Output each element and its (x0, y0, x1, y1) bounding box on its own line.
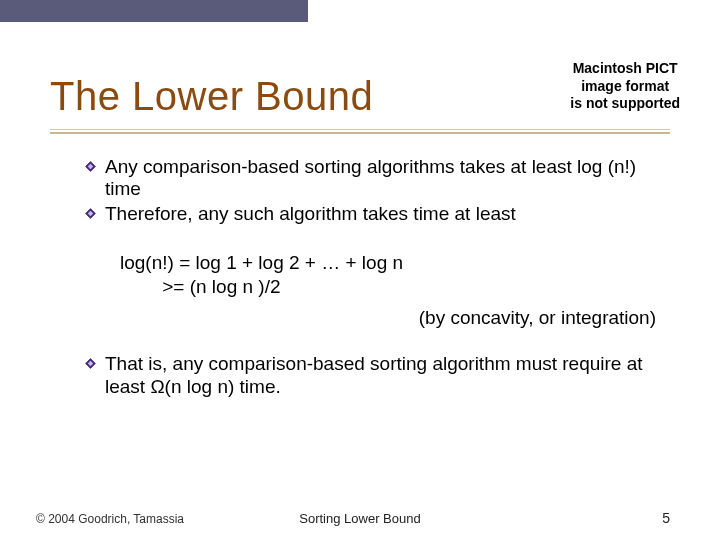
pict-unsupported-box: Macintosh PICT image format is not suppo… (570, 60, 680, 113)
diamond-bullet-icon (84, 207, 97, 220)
diamond-bullet-icon (84, 357, 97, 370)
slide-number: 5 (662, 510, 670, 526)
equation-justification: (by concavity, or integration) (84, 307, 674, 329)
bullet-text: Therefore, any such algorithm takes time… (105, 203, 674, 225)
pict-line: Macintosh PICT (570, 60, 680, 78)
slide-title: The Lower Bound (50, 74, 373, 119)
bullet-item: That is, any comparison-based sorting al… (84, 353, 674, 398)
equation-block: log(n!) = log 1 + log 2 + … + log n >= (… (120, 251, 674, 299)
bullet-item: Therefore, any such algorithm takes time… (84, 203, 674, 225)
footer-title: Sorting Lower Bound (0, 511, 720, 526)
bullet-item: Any comparison-based sorting algorithms … (84, 156, 674, 201)
equation-line: >= (n log n )/2 (120, 275, 674, 299)
slide-body: Any comparison-based sorting algorithms … (84, 156, 674, 400)
top-accent-bar (0, 0, 308, 22)
title-rule (50, 128, 670, 134)
bullet-text: Any comparison-based sorting algorithms … (105, 156, 674, 201)
bullet-text: That is, any comparison-based sorting al… (105, 353, 674, 398)
diamond-bullet-icon (84, 160, 97, 173)
pict-line: image format (570, 78, 680, 96)
pict-line: is not supported (570, 95, 680, 113)
equation-line: log(n!) = log 1 + log 2 + … + log n (120, 251, 674, 275)
